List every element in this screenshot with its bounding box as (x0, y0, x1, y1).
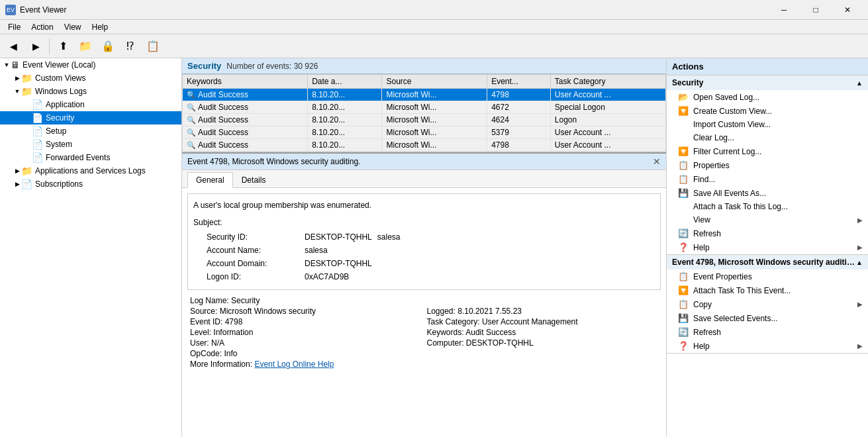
toolbar: ◀ ▶ ⬆ 📁 🔒 ⁉ 📋 (0, 34, 868, 58)
table-row[interactable]: 🔍 Audit Success8.10.20...Microsoft Wi...… (183, 101, 666, 114)
toolbar-action2[interactable]: 🔒 (97, 37, 119, 56)
log-subtitle: Number of events: 30 926 (226, 62, 318, 71)
action-item-help[interactable]: ❓Help▶ (667, 240, 868, 254)
detail-close-button[interactable]: ✕ (653, 156, 661, 167)
tab-general[interactable]: General (187, 172, 233, 188)
toolbar-up[interactable]: ⬆ (52, 37, 73, 56)
event-log-help-link[interactable]: Event Log Online Help (254, 360, 334, 369)
field-label: User: (190, 338, 211, 348)
action-item-help2[interactable]: ❓Help▶ (667, 339, 868, 353)
detail-title-bar: Event 4798, Microsoft Windows security a… (182, 154, 666, 170)
tree-item-application[interactable]: 📄Application (0, 98, 181, 111)
tree-icon-event-viewer-local: 🖥 (11, 60, 20, 70)
toolbar-forward[interactable]: ▶ (25, 37, 46, 56)
field-label: Computer: (427, 338, 466, 348)
tree-item-security[interactable]: 📄Security (0, 111, 181, 124)
action-item-event-properties[interactable]: 📋Event Properties (667, 269, 868, 283)
account-domain-value: DESKTOP-TQHHL (305, 258, 372, 269)
action-item-filter-current-log[interactable]: 🔽Filter Current Log... (667, 144, 868, 158)
tree-item-event-viewer-local[interactable]: ▼🖥Event Viewer (Local) (0, 58, 181, 72)
toolbar-action1[interactable]: 📁 (75, 37, 96, 56)
col-date[interactable]: Date a... (308, 75, 382, 89)
field-label: Logged: (427, 307, 458, 316)
close-button[interactable]: ✕ (832, 0, 863, 20)
table-row[interactable]: 🔍 Audit Success8.10.20...Microsoft Wi...… (183, 114, 666, 126)
center-pane: Security Number of events: 30 926 Keywor… (182, 58, 666, 437)
action-item-copy[interactable]: 📋Copy▶ (667, 297, 868, 311)
table-row[interactable]: 🔍 Audit Success8.10.20...Microsoft Wi...… (183, 139, 666, 152)
field-value: User Account Management (482, 317, 578, 326)
action-item-view[interactable]: View▶ (667, 213, 868, 226)
action-item-clear-log[interactable]: Clear Log... (667, 131, 868, 144)
actions-section-event-section: Event 4798, Microsoft Windows security a… (667, 255, 868, 354)
action-item-create-custom-view[interactable]: 🔽Create Custom View... (667, 104, 868, 118)
toolbar-action3[interactable]: ⁉ (120, 37, 141, 56)
tree-label-custom-views: Custom Views (35, 73, 85, 83)
col-category[interactable]: Task Category (550, 75, 665, 89)
tree-label-subscriptions: Subscriptions (35, 179, 83, 189)
table-row[interactable]: 🔍 Audit Success8.10.20...Microsoft Wi...… (183, 126, 666, 139)
tree-item-applications-services[interactable]: ▶📁Applications and Services Logs (0, 164, 181, 177)
col-keywords[interactable]: Keywords (183, 75, 308, 89)
action-item-open-saved-log[interactable]: 📂Open Saved Log... (667, 90, 868, 104)
col-source[interactable]: Source (382, 75, 487, 89)
actions-section-security-section: Security▲📂Open Saved Log...🔽Create Custo… (667, 75, 868, 255)
action-label-help2: Help (693, 342, 710, 351)
account-name-label: Account Name: (207, 244, 299, 256)
audit-icon: 🔍 (187, 91, 198, 99)
toolbar-back[interactable]: ◀ (3, 37, 24, 56)
action-label-attach-task-log: Attach a Task To this Log... (693, 202, 788, 211)
tree-item-subscriptions[interactable]: ▶📄Subscriptions (0, 177, 181, 191)
col-event[interactable]: Event... (487, 75, 551, 89)
menu-help[interactable]: Help (87, 21, 114, 33)
maximize-button[interactable]: □ (800, 0, 831, 20)
tree-item-custom-views[interactable]: ▶📁Custom Views (0, 72, 181, 85)
action-item-attach-task-log[interactable]: Attach a Task To this Log... (667, 200, 868, 213)
tree-label-windows-logs: Windows Logs (35, 87, 87, 96)
tab-details[interactable]: Details (233, 172, 275, 187)
menu-action[interactable]: Action (26, 21, 58, 33)
action-icon-copy: 📋 (677, 299, 689, 309)
action-item-attach-task-event[interactable]: 🔽Attach Task To This Event... (667, 283, 868, 297)
security-id-label: Security ID: (207, 231, 299, 243)
detail-subject-section: Subject: Security ID: DESKTOP-TQHHL sale… (193, 217, 655, 283)
action-label-help: Help (693, 243, 710, 252)
section-header-event-section[interactable]: Event 4798, Microsoft Windows security a… (667, 255, 868, 269)
table-row[interactable]: 🔍 Audit Success8.10.20...Microsoft Wi...… (183, 89, 666, 101)
account-domain-label: Account Domain: (207, 258, 299, 269)
action-item-refresh2[interactable]: 🔄Refresh (667, 325, 868, 339)
tree-item-setup[interactable]: 📄Setup (0, 124, 181, 138)
field-label: Level: (190, 328, 213, 337)
detail-description: A user's local group membership was enum… (193, 199, 655, 211)
action-item-save-all-events[interactable]: 💾Save All Events As... (667, 186, 868, 200)
tree-expand-applications-services[interactable]: ▶ (13, 168, 21, 174)
menu-file[interactable]: File (3, 21, 26, 33)
toolbar-action4[interactable]: 📋 (142, 37, 164, 56)
detail-title: Event 4798, Microsoft Windows security a… (187, 157, 360, 166)
tree-expand-subscriptions[interactable]: ▶ (13, 181, 21, 187)
action-item-import-custom-view[interactable]: Import Custom View... (667, 118, 868, 131)
tree-item-windows-logs[interactable]: ▼📁Windows Logs (0, 85, 181, 98)
action-item-properties[interactable]: 📋Properties (667, 158, 868, 172)
action-item-save-selected-events[interactable]: 💾Save Selected Events... (667, 311, 868, 325)
tree-item-forwarded-events[interactable]: 📄Forwarded Events (0, 151, 181, 164)
action-item-find[interactable]: 📋Find... (667, 172, 868, 186)
action-label-clear-log: Clear Log... (693, 133, 734, 142)
tree-label-forwarded-events: Forwarded Events (46, 153, 110, 162)
menu-view[interactable]: View (59, 21, 87, 33)
minimize-button[interactable]: ─ (769, 0, 799, 20)
tree-expand-custom-views[interactable]: ▶ (13, 75, 21, 81)
logon-id-value: 0xAC7AD9B (305, 271, 349, 283)
action-item-refresh[interactable]: 🔄Refresh (667, 226, 868, 240)
log-header: Security Number of events: 30 926 (182, 58, 666, 74)
tree-expand-event-viewer-local[interactable]: ▼ (3, 62, 11, 68)
events-table-container[interactable]: Keywords Date a... Source Event... Task … (182, 74, 666, 152)
action-label-copy: Copy (693, 300, 712, 309)
app-icon-text: EV (7, 7, 15, 13)
section-header-security-section[interactable]: Security▲ (667, 75, 868, 90)
tree-expand-windows-logs[interactable]: ▼ (13, 88, 21, 95)
tree-pane: ▼🖥Event Viewer (Local)▶📁Custom Views▼📁Wi… (0, 58, 182, 437)
tree-item-system[interactable]: 📄System (0, 138, 181, 151)
detail-fields-section: Log Name: SecuritySource: Microsoft Wind… (187, 295, 661, 369)
action-label-find: Find... (693, 175, 715, 184)
